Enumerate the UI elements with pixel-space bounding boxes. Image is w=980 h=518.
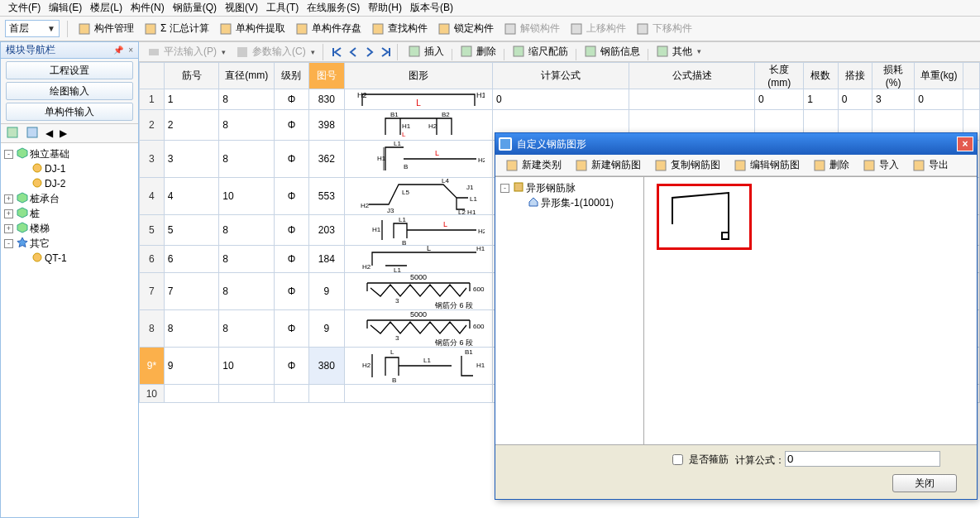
row-header[interactable]: 8 (140, 310, 165, 348)
shape-cell[interactable]: H2LH1L1 (345, 246, 493, 273)
column-header[interactable]: 图形 (345, 63, 493, 89)
cell[interactable]: 8 (219, 215, 275, 246)
cell[interactable]: 8 (219, 141, 275, 178)
close-button[interactable]: 关闭 (892, 474, 957, 492)
column-header[interactable]: 图号 (308, 63, 345, 89)
cell[interactable]: 0 (838, 89, 872, 110)
cell[interactable]: Φ (275, 246, 308, 273)
row-header[interactable]: 10 (140, 385, 165, 403)
toolbar-button[interactable]: 单构件存盘 (290, 20, 366, 38)
expander-icon[interactable]: - (4, 239, 13, 248)
cell[interactable]: 830 (308, 89, 345, 110)
module-button[interactable]: 绘图输入 (6, 82, 133, 100)
cell[interactable]: 4 (164, 178, 219, 215)
cell[interactable] (164, 385, 219, 403)
cell[interactable]: Φ (275, 310, 308, 348)
tree-item[interactable]: +桩承台 (2, 191, 136, 206)
close-icon[interactable]: × (128, 46, 133, 55)
nav-prev-icon[interactable] (345, 44, 361, 60)
cell[interactable]: 203 (308, 215, 345, 246)
column-header[interactable]: 搭接 (838, 63, 872, 89)
row-header[interactable]: 9* (140, 348, 165, 385)
column-header[interactable]: 根数 (804, 63, 838, 89)
cell[interactable]: 398 (308, 110, 345, 141)
toolbar-button[interactable]: 构件管理 (73, 20, 139, 38)
cell[interactable]: 8 (164, 310, 219, 348)
toolbar-button[interactable]: Σ 汇总计算 (139, 20, 214, 38)
cell[interactable]: 9 (164, 348, 219, 385)
dialog-tree[interactable]: -异形钢筋脉异形集-1(10001) (495, 177, 644, 444)
menu-item[interactable]: 视图(V) (222, 0, 261, 16)
cell[interactable]: 1 (804, 89, 838, 110)
cell[interactable]: Φ (275, 178, 308, 215)
collapse-all-icon[interactable] (26, 126, 39, 141)
dialog-tool-button[interactable]: 复制钢筋图 (649, 156, 725, 175)
expander-icon[interactable]: - (500, 184, 509, 193)
menu-item[interactable]: 文件(F) (5, 0, 44, 16)
toolbar-button[interactable]: 下移构件 (631, 20, 697, 38)
cell[interactable] (629, 89, 755, 110)
cell[interactable]: Φ (275, 89, 308, 110)
shape-cell[interactable]: 50006003钢筋分 6 段 (345, 310, 493, 348)
module-button[interactable]: 单构件输入 (6, 103, 133, 121)
floor-selector[interactable]: 首层 ▼ (5, 20, 60, 37)
tree-item[interactable]: DJ-2 (2, 176, 136, 191)
checkbox-input[interactable] (672, 454, 683, 465)
grid-action-button[interactable]: 其他▾ (651, 43, 706, 60)
table-row[interactable]: 1 1 8 Φ 830 H2H1L 0 01030 (140, 89, 980, 110)
cell[interactable]: 0 (492, 89, 629, 110)
dialog-tool-button[interactable]: 导出 (907, 156, 954, 175)
menu-item[interactable]: 编辑(E) (45, 0, 85, 16)
menu-item[interactable]: 构件(N) (127, 0, 168, 16)
tree-item[interactable]: +楼梯 (2, 221, 136, 236)
shape-cell[interactable]: H2LL1B1H1B (345, 348, 493, 385)
cell[interactable]: 3 (164, 141, 219, 178)
cell[interactable]: 8 (219, 110, 275, 141)
tree-item[interactable]: DJ-1 (2, 161, 136, 176)
row-header[interactable]: 7 (140, 273, 165, 310)
shape-cell[interactable] (345, 385, 493, 403)
cell[interactable] (308, 385, 345, 403)
formula-input[interactable] (785, 451, 940, 467)
grid-action-button[interactable]: 缩尺配筋 (507, 43, 573, 60)
tree-item[interactable]: +桩 (2, 206, 136, 221)
shape-cell[interactable]: H1L1LH2B (345, 141, 493, 178)
cell[interactable]: Φ (275, 348, 308, 385)
shape-cell[interactable]: H1L1LH2B (345, 215, 493, 246)
column-header[interactable]: 级别 (275, 63, 308, 89)
menu-item[interactable]: 楼层(L) (87, 0, 126, 16)
column-header[interactable]: 公式描述 (629, 63, 755, 89)
column-header[interactable]: 长度(mm) (755, 63, 804, 89)
toolbar-button[interactable]: 解锁构件 (499, 20, 565, 38)
row-header[interactable]: 5 (140, 215, 165, 246)
cell[interactable]: 380 (308, 348, 345, 385)
cell[interactable]: 0 (755, 89, 804, 110)
nav-last-icon[interactable] (378, 44, 394, 60)
expander-icon[interactable]: - (4, 150, 13, 159)
dialog-tool-button[interactable]: 删除 (808, 156, 854, 175)
menu-item[interactable]: 工具(T) (263, 0, 302, 16)
param-input-button[interactable]: 参数输入(C)▾ (231, 44, 320, 60)
column-header[interactable] (963, 63, 980, 89)
grid-action-button[interactable]: 插入 (403, 43, 449, 60)
grid-action-button[interactable]: 删除 (455, 43, 501, 60)
cell[interactable]: 8 (219, 273, 275, 310)
selected-shape-preview[interactable] (657, 184, 752, 250)
column-header[interactable]: 损耗(%) (872, 63, 914, 89)
shape-cell[interactable]: B1B2H1LH2 (345, 110, 493, 141)
toolbar-button[interactable]: 查找构件 (366, 20, 433, 38)
shape-cell[interactable]: H2J3L5L4J1L1L2 H1 (345, 178, 493, 215)
cell[interactable]: 2 (164, 110, 219, 141)
tree-item[interactable]: -其它 (2, 236, 136, 251)
cell[interactable]: 9 (308, 273, 345, 310)
pingfa-input-button[interactable]: 平法输入(P)▾ (142, 44, 231, 60)
cell[interactable] (275, 385, 308, 403)
column-header[interactable] (140, 63, 165, 89)
expander-icon[interactable]: + (4, 224, 13, 233)
is-stirrup-checkbox[interactable]: 是否箍筋 (669, 452, 729, 468)
row-header[interactable]: 3 (140, 141, 165, 178)
shape-cell[interactable]: H2H1L (345, 89, 493, 110)
component-tree[interactable]: -独立基础DJ-1DJ-2+桩承台+桩+楼梯-其它QT-1 (1, 143, 138, 517)
cell[interactable]: 10 (219, 348, 275, 385)
grid-action-button[interactable]: 钢筋信息 (579, 43, 645, 60)
